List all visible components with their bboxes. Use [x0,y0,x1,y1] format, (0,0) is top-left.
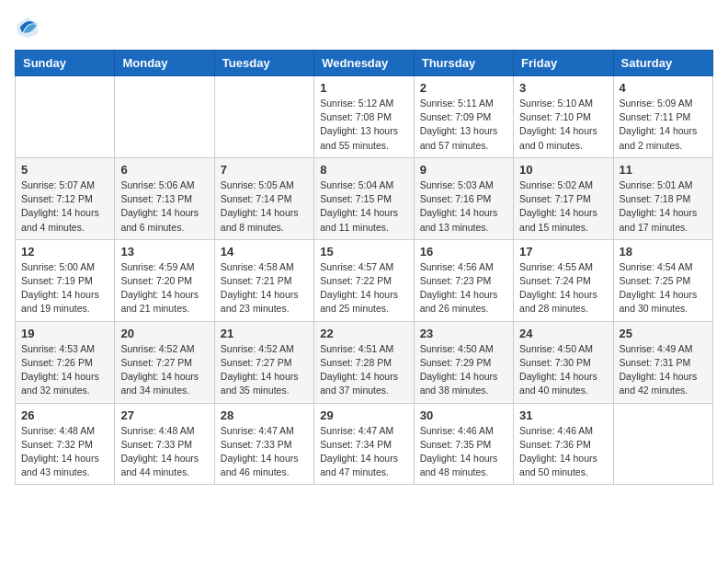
day-info: Sunrise: 4:47 AM Sunset: 7:33 PM Dayligh… [221,424,308,480]
day-info: Sunrise: 5:11 AM Sunset: 7:09 PM Dayligh… [420,97,507,153]
calendar-cell [16,76,115,158]
day-info: Sunrise: 4:54 AM Sunset: 7:25 PM Dayligh… [620,260,707,316]
day-info: Sunrise: 4:48 AM Sunset: 7:32 PM Dayligh… [21,424,108,480]
calendar-cell: 14Sunrise: 4:58 AM Sunset: 7:21 PM Dayli… [214,239,313,321]
calendar-cell: 21Sunrise: 4:52 AM Sunset: 7:27 PM Dayli… [214,321,313,403]
day-info: Sunrise: 4:58 AM Sunset: 7:21 PM Dayligh… [221,260,308,316]
day-number: 15 [320,245,407,259]
week-row-1: 1Sunrise: 5:12 AM Sunset: 7:08 PM Daylig… [16,76,713,158]
day-info: Sunrise: 5:09 AM Sunset: 7:11 PM Dayligh… [620,97,707,153]
day-number: 13 [120,245,208,259]
calendar-cell: 20Sunrise: 4:52 AM Sunset: 7:27 PM Dayli… [115,321,214,403]
day-number: 4 [620,81,707,95]
day-number: 24 [519,327,607,340]
day-number: 3 [519,81,607,95]
day-number: 14 [221,245,308,259]
day-info: Sunrise: 4:52 AM Sunset: 7:27 PM Dayligh… [120,342,208,398]
day-number: 5 [21,163,108,177]
day-number: 1 [320,81,407,95]
calendar-cell: 7Sunrise: 5:05 AM Sunset: 7:14 PM Daylig… [214,157,313,239]
day-number: 2 [420,81,507,95]
day-number: 28 [221,408,308,422]
weekday-header-monday: Monday [115,51,214,76]
day-number: 30 [420,408,507,422]
day-number: 17 [519,245,607,259]
calendar-cell: 4Sunrise: 5:09 AM Sunset: 7:11 PM Daylig… [613,76,712,158]
calendar-cell: 1Sunrise: 5:12 AM Sunset: 7:08 PM Daylig… [314,76,414,158]
day-number: 26 [21,408,108,422]
calendar-cell: 22Sunrise: 4:51 AM Sunset: 7:28 PM Dayli… [314,321,414,403]
weekday-header-row: SundayMondayTuesdayWednesdayThursdayFrid… [16,51,713,76]
day-number: 7 [221,163,308,177]
calendar-cell: 30Sunrise: 4:46 AM Sunset: 7:35 PM Dayli… [414,403,513,485]
day-info: Sunrise: 5:06 AM Sunset: 7:13 PM Dayligh… [120,178,208,235]
day-info: Sunrise: 4:46 AM Sunset: 7:36 PM Dayligh… [519,424,607,480]
calendar-cell: 2Sunrise: 5:11 AM Sunset: 7:09 PM Daylig… [414,76,513,158]
calendar-cell: 29Sunrise: 4:47 AM Sunset: 7:34 PM Dayli… [314,403,414,485]
calendar-cell: 10Sunrise: 5:02 AM Sunset: 7:17 PM Dayli… [514,157,613,239]
logo [15,15,44,40]
day-number: 20 [120,327,208,340]
day-info: Sunrise: 4:59 AM Sunset: 7:20 PM Dayligh… [120,260,208,316]
day-info: Sunrise: 4:55 AM Sunset: 7:24 PM Dayligh… [519,260,607,316]
day-info: Sunrise: 5:10 AM Sunset: 7:10 PM Dayligh… [519,97,607,153]
day-number: 9 [420,163,507,177]
weekday-header-friday: Friday [514,51,613,76]
day-number: 11 [620,163,707,177]
day-number: 23 [420,327,507,340]
day-info: Sunrise: 5:05 AM Sunset: 7:14 PM Dayligh… [221,178,308,235]
day-info: Sunrise: 5:01 AM Sunset: 7:18 PM Dayligh… [620,178,707,235]
day-number: 10 [519,163,607,177]
calendar-cell: 13Sunrise: 4:59 AM Sunset: 7:20 PM Dayli… [115,239,214,321]
calendar-cell: 11Sunrise: 5:01 AM Sunset: 7:18 PM Dayli… [613,157,712,239]
day-number: 6 [120,163,208,177]
calendar-cell: 3Sunrise: 5:10 AM Sunset: 7:10 PM Daylig… [514,76,613,158]
weekday-header-sunday: Sunday [16,51,115,76]
day-number: 21 [221,327,308,340]
day-info: Sunrise: 4:47 AM Sunset: 7:34 PM Dayligh… [320,424,407,480]
day-number: 8 [320,163,407,177]
day-info: Sunrise: 4:52 AM Sunset: 7:27 PM Dayligh… [221,342,308,398]
day-info: Sunrise: 4:50 AM Sunset: 7:30 PM Dayligh… [519,342,607,398]
calendar-table: SundayMondayTuesdayWednesdayThursdayFrid… [15,50,713,485]
week-row-4: 19Sunrise: 4:53 AM Sunset: 7:26 PM Dayli… [16,321,713,403]
day-info: Sunrise: 5:03 AM Sunset: 7:16 PM Dayligh… [420,178,507,235]
day-number: 19 [21,327,108,340]
day-info: Sunrise: 5:07 AM Sunset: 7:12 PM Dayligh… [21,178,108,235]
day-info: Sunrise: 4:50 AM Sunset: 7:29 PM Dayligh… [420,342,507,398]
day-info: Sunrise: 4:46 AM Sunset: 7:35 PM Dayligh… [420,424,507,480]
day-number: 27 [120,408,208,422]
day-number: 29 [320,408,407,422]
calendar-cell: 27Sunrise: 4:48 AM Sunset: 7:33 PM Dayli… [115,403,214,485]
day-info: Sunrise: 5:02 AM Sunset: 7:17 PM Dayligh… [519,178,607,235]
day-number: 12 [21,245,108,259]
calendar-cell: 28Sunrise: 4:47 AM Sunset: 7:33 PM Dayli… [214,403,313,485]
calendar-cell: 18Sunrise: 4:54 AM Sunset: 7:25 PM Dayli… [613,239,712,321]
day-info: Sunrise: 4:48 AM Sunset: 7:33 PM Dayligh… [120,424,208,480]
calendar-cell: 23Sunrise: 4:50 AM Sunset: 7:29 PM Dayli… [414,321,513,403]
weekday-header-saturday: Saturday [613,51,712,76]
calendar-cell: 16Sunrise: 4:56 AM Sunset: 7:23 PM Dayli… [414,239,513,321]
page-header [15,15,713,40]
day-info: Sunrise: 5:04 AM Sunset: 7:15 PM Dayligh… [320,178,407,235]
calendar-cell: 5Sunrise: 5:07 AM Sunset: 7:12 PM Daylig… [16,157,115,239]
calendar-cell: 8Sunrise: 5:04 AM Sunset: 7:15 PM Daylig… [314,157,414,239]
calendar-cell: 24Sunrise: 4:50 AM Sunset: 7:30 PM Dayli… [514,321,613,403]
week-row-3: 12Sunrise: 5:00 AM Sunset: 7:19 PM Dayli… [16,239,713,321]
day-info: Sunrise: 4:53 AM Sunset: 7:26 PM Dayligh… [21,342,108,398]
calendar-cell [115,76,214,158]
calendar-cell: 9Sunrise: 5:03 AM Sunset: 7:16 PM Daylig… [414,157,513,239]
calendar-cell [214,76,313,158]
day-info: Sunrise: 4:56 AM Sunset: 7:23 PM Dayligh… [420,260,507,316]
calendar-cell: 6Sunrise: 5:06 AM Sunset: 7:13 PM Daylig… [115,157,214,239]
weekday-header-tuesday: Tuesday [214,51,313,76]
day-number: 18 [620,245,707,259]
day-number: 31 [519,408,607,422]
day-number: 22 [320,327,407,340]
week-row-2: 5Sunrise: 5:07 AM Sunset: 7:12 PM Daylig… [16,157,713,239]
day-info: Sunrise: 4:49 AM Sunset: 7:31 PM Dayligh… [620,342,707,398]
calendar-cell: 31Sunrise: 4:46 AM Sunset: 7:36 PM Dayli… [514,403,613,485]
weekday-header-wednesday: Wednesday [314,51,414,76]
day-number: 25 [620,327,707,340]
calendar-cell: 17Sunrise: 4:55 AM Sunset: 7:24 PM Dayli… [514,239,613,321]
